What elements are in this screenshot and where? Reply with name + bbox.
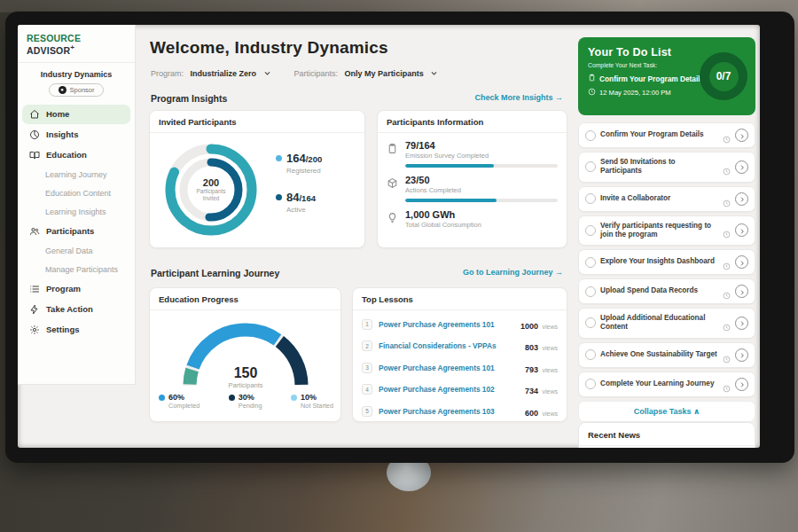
education-progress-legend: 60% Completed 30% Pending 10% Not Starte… bbox=[159, 393, 333, 410]
legend-label: Not Started bbox=[301, 402, 333, 410]
task-go-button[interactable] bbox=[735, 285, 748, 298]
chevron-down-icon bbox=[430, 69, 438, 78]
task-upload-spend-data-records[interactable]: Upload Spend Data Records bbox=[578, 278, 755, 304]
task-checkbox[interactable] bbox=[585, 257, 596, 268]
chevron-right-icon bbox=[739, 284, 746, 300]
sidebar-item-education[interactable]: Education bbox=[22, 145, 130, 165]
task-label: Complete Your Learning Journey bbox=[600, 379, 718, 388]
chevron-right-icon bbox=[739, 347, 746, 363]
task-complete-your-learning-journey[interactable]: Complete Your Learning Journey bbox=[578, 372, 755, 397]
lesson-rank: 3 bbox=[362, 363, 372, 373]
lesson-row: 5 Power Purchase Agreements 103 600 view… bbox=[353, 397, 567, 419]
lesson-rank: 2 bbox=[362, 340, 372, 351]
home-icon bbox=[29, 109, 40, 120]
energy-icon bbox=[387, 211, 398, 223]
collapse-tasks-link[interactable]: Collapse Tasks ∧ bbox=[578, 401, 755, 422]
sidebar-item-settings[interactable]: Settings bbox=[22, 320, 130, 340]
sidebar-item-insights[interactable]: Insights bbox=[22, 125, 130, 145]
task-checkbox[interactable] bbox=[585, 225, 596, 236]
sidebar-item-manage-participants[interactable]: Manage Participants bbox=[22, 261, 130, 278]
task-label: Verify participants requesting to join t… bbox=[600, 222, 718, 240]
task-verify-participants-requesting-to-join-the-program[interactable]: Verify participants requesting to join t… bbox=[578, 215, 755, 246]
lesson-link[interactable]: Power Purchase Agreements 102 bbox=[379, 385, 519, 394]
stat-progress-bar bbox=[405, 164, 558, 168]
task-checkbox[interactable] bbox=[585, 317, 596, 328]
legend-dot bbox=[229, 395, 235, 401]
participants-filter-label: Participants: bbox=[294, 69, 339, 78]
task-checkbox[interactable] bbox=[585, 130, 596, 141]
task-checkbox[interactable] bbox=[585, 161, 596, 172]
legend-value: 60% bbox=[168, 393, 184, 402]
sidebar-item-label: Program bbox=[46, 284, 81, 293]
sidebar: RESOURCE ADVISOR+ Industry Dynamics ● Sp… bbox=[18, 25, 136, 385]
lesson-link[interactable]: Financial Considerations - VPPAs bbox=[379, 341, 519, 350]
task-go-button[interactable] bbox=[735, 129, 748, 142]
task-send-50-invitations-to-participants[interactable]: Send 50 Invitations to Participants bbox=[578, 152, 755, 183]
education-progress-gauge: 150 Participants bbox=[175, 311, 317, 389]
clock-icon bbox=[588, 88, 596, 98]
task-go-button[interactable] bbox=[735, 223, 748, 237]
sidebar-item-participants[interactable]: Participants bbox=[22, 222, 130, 241]
task-go-button[interactable] bbox=[735, 378, 748, 391]
sidebar-item-label: Participants bbox=[46, 226, 94, 236]
task-go-button[interactable] bbox=[735, 160, 748, 174]
lesson-link[interactable]: Power Purchase Agreements 101 bbox=[379, 320, 514, 329]
chevron-right-icon bbox=[739, 128, 746, 144]
program-filter-label: Program: bbox=[151, 69, 184, 78]
sidebar-item-education-content[interactable]: Education Content bbox=[22, 184, 130, 202]
sidebar-item-program[interactable]: Program bbox=[22, 279, 130, 299]
task-checkbox[interactable] bbox=[585, 286, 596, 297]
clock-icon bbox=[723, 380, 731, 388]
actions-icon bbox=[387, 176, 398, 188]
task-go-button[interactable] bbox=[735, 348, 748, 362]
go-to-learning-journey-link[interactable]: Go to Learning Journey → bbox=[463, 268, 563, 277]
program-filter[interactable]: Program: Industrialize Zero bbox=[151, 69, 271, 78]
sidebar-item-general-data[interactable]: General Data bbox=[22, 242, 130, 260]
org-name: Industry Dynamics bbox=[18, 70, 135, 79]
task-checkbox[interactable] bbox=[585, 379, 596, 389]
task-explore-your-insights-dashboard[interactable]: Explore Your Insights Dashboard bbox=[578, 249, 755, 275]
participants-filter[interactable]: Participants: Only My Participants bbox=[294, 69, 439, 78]
task-invite-a-collaborator[interactable]: Invite a Collaborator bbox=[578, 186, 755, 212]
legend-item-active: 84/164 Active bbox=[276, 189, 322, 214]
sidebar-item-learning-journey[interactable]: Learning Journey bbox=[22, 166, 130, 184]
top-lessons-list: 1 Power Purchase Agreements 101 1000 vie… bbox=[353, 310, 567, 419]
task-go-button[interactable] bbox=[735, 192, 748, 206]
lesson-link[interactable]: Power Purchase Agreements 101 bbox=[379, 364, 519, 372]
gauge-center: 150 Participants bbox=[175, 365, 317, 389]
settings-icon bbox=[29, 325, 40, 335]
task-achieve-one-sustainability-target[interactable]: Achieve One Sustainability Target bbox=[578, 342, 755, 368]
task-checkbox[interactable] bbox=[585, 349, 596, 360]
brand-resource: RESOURCE bbox=[27, 33, 81, 43]
donut-center: 200 Participants Invited bbox=[159, 137, 263, 242]
legend-label: Active bbox=[286, 206, 322, 214]
sidebar-item-label: Manage Participants bbox=[45, 265, 118, 274]
chevron-right-icon bbox=[739, 191, 746, 207]
sidebar-menu: HomeInsightsEducationLearning JourneyEdu… bbox=[18, 102, 135, 343]
task-go-button[interactable] bbox=[735, 317, 748, 330]
clipboard-icon bbox=[588, 74, 596, 83]
lesson-row: 3 Power Purchase Agreements 101 793 view… bbox=[353, 354, 567, 376]
participants-info-card: Participants Information 79/164 Emission… bbox=[377, 110, 567, 248]
sidebar-item-home[interactable]: Home bbox=[22, 105, 130, 124]
sidebar-item-learning-insights[interactable]: Learning Insights bbox=[22, 203, 130, 221]
task-upload-additional-educational-content[interactable]: Upload Additional Educational Content bbox=[578, 308, 755, 339]
task-confirm-your-program-details[interactable]: Confirm Your Program Details bbox=[578, 122, 755, 148]
legend-dot bbox=[159, 395, 165, 401]
todo-next-task-label: Confirm Your Program Details bbox=[599, 74, 704, 83]
check-more-insights-link[interactable]: Check More Insights → bbox=[474, 93, 563, 102]
chevron-right-icon bbox=[739, 376, 746, 392]
sidebar-item-take-action[interactable]: Take Action bbox=[22, 300, 130, 319]
task-go-button[interactable] bbox=[735, 255, 748, 269]
task-checkbox[interactable] bbox=[585, 193, 596, 204]
legend-label: Completed bbox=[168, 402, 200, 410]
legend-label: Pending bbox=[239, 402, 262, 410]
legend-value: 84 bbox=[286, 191, 299, 204]
stat-emission-survey-completed: 79/164 Emission Survey Completed bbox=[378, 133, 567, 168]
sidebar-item-label: Take Action bbox=[46, 304, 93, 314]
clock-icon bbox=[723, 319, 731, 327]
todo-progress-value: 0/7 bbox=[709, 62, 739, 91]
lesson-link[interactable]: Power Purchase Agreements 103 bbox=[379, 407, 519, 416]
legend-dot bbox=[291, 395, 297, 401]
sponsor-badge[interactable]: ● Sponsor bbox=[49, 83, 104, 97]
